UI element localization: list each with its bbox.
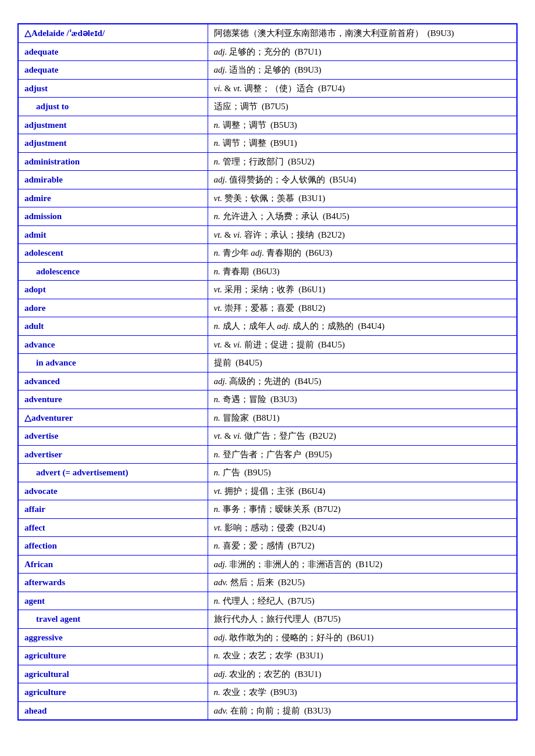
- entry-definition: 旅行代办人；旅行代理人 (B7U5): [214, 614, 341, 624]
- table-row: agriculturaladj. 农业的；农艺的 (B3U1): [18, 665, 517, 683]
- entry-definition-cell: 适应；调节 (B7U5): [208, 98, 517, 116]
- dictionary-table-wrapper: △Adelaide /ˈædəleɪd/阿德莱德（澳大利亚东南部港市，南澳大利亚…: [17, 23, 518, 721]
- entry-definition-cell: vt. & vi. 做广告；登广告 (B2U2): [208, 427, 517, 446]
- entry-word: administration: [24, 157, 80, 166]
- entry-definition: vt. 采用；采纳；收养 (B6U1): [214, 285, 326, 294]
- table-row: advancedadj. 高级的；先进的 (B4U5): [18, 372, 517, 390]
- table-row: adolescencen. 青春期 (B6U3): [18, 262, 517, 281]
- entry-definition: n. 成人；成年人 adj. 成人的；成熟的 (B4U4): [214, 321, 385, 331]
- entry-word: admirable: [24, 175, 63, 184]
- table-row: △Adelaide /ˈædəleɪd/阿德莱德（澳大利亚东南部港市，南澳大利亚…: [18, 24, 517, 42]
- entry-definition: adj. 足够的；充分的 (B7U1): [214, 47, 322, 56]
- entry-word-cell: admirable: [18, 171, 208, 189]
- entry-definition: vt. 拥护；提倡；主张 (B6U4): [214, 486, 326, 496]
- entry-definition: n. 调节；调整 (B9U1): [214, 138, 297, 148]
- entry-word-cell: ahead: [18, 701, 208, 720]
- entry-definition-cell: adj. 足够的；充分的 (B7U1): [208, 42, 517, 61]
- entry-definition: vt. & vi. 前进；促进；提前 (B4U5): [214, 340, 345, 349]
- entry-definition-cell: adv. 然后；后来 (B2U5): [208, 574, 517, 592]
- entry-definition-cell: n. 登广告者；广告客户 (B9U5): [208, 445, 517, 464]
- entry-word: afterwards: [24, 578, 65, 587]
- entry-word: adjustment: [24, 120, 67, 130]
- entry-definition-cell: n. 事务；事情；暧昧关系 (B7U2): [208, 500, 517, 519]
- table-row: aggressiveadj. 敢作敢为的；侵略的；好斗的 (B6U1): [18, 628, 517, 647]
- entry-word: advocate: [24, 486, 58, 496]
- table-row: administrationn. 管理；行政部门 (B5U2): [18, 152, 517, 171]
- entry-word-cell: aggressive: [18, 628, 208, 647]
- entry-definition: adv. 然后；后来 (B2U5): [214, 578, 305, 587]
- entry-word-cell: adjust: [18, 79, 208, 98]
- entry-definition-cell: adj. 适当的；足够的 (B9U3): [208, 61, 517, 80]
- entry-word: adult: [24, 321, 44, 331]
- entry-word: adjust: [24, 84, 48, 93]
- entry-definition-cell: vi. & vt. 调整；（使）适合 (B7U4): [208, 79, 517, 98]
- entry-word: adore: [24, 303, 45, 313]
- table-row: adjustvi. & vt. 调整；（使）适合 (B7U4): [18, 79, 517, 98]
- table-row: aheadadv. 在前；向前；提前 (B3U3): [18, 701, 517, 720]
- table-row: △adventurern. 冒险家 (B8U1): [18, 409, 517, 427]
- entry-word-cell: advertiser: [18, 445, 208, 464]
- entry-word-cell: affection: [18, 537, 208, 556]
- entry-word: agent: [24, 596, 45, 605]
- entry-word: affection: [24, 541, 57, 550]
- entry-definition-cell: 提前 (B4U5): [208, 354, 517, 372]
- table-row: adjustmentn. 调整；调节 (B5U3): [18, 116, 517, 134]
- entry-definition: adj. 高级的；先进的 (B4U5): [214, 377, 322, 386]
- table-row: adequateadj. 适当的；足够的 (B9U3): [18, 61, 517, 80]
- entry-word-cell: △adventurer: [18, 409, 208, 427]
- entry-definition-cell: vt. 崇拜；爱慕；喜爱 (B8U2): [208, 299, 517, 317]
- entry-definition: n. 广告 (B9U5): [214, 468, 271, 477]
- entry-definition: n. 奇遇；冒险 (B3U3): [214, 395, 297, 404]
- entry-word: travel agent: [24, 612, 80, 626]
- entry-definition-cell: 旅行代办人；旅行代理人 (B7U5): [208, 610, 517, 629]
- entry-definition: n. 管理；行政部门 (B5U2): [214, 157, 315, 166]
- entry-definition-cell: 阿德莱德（澳大利亚东南部港市，南澳大利亚前首府） (B9U3): [208, 24, 517, 42]
- entry-definition: n. 登广告者；广告客户 (B9U5): [214, 450, 332, 459]
- entry-word-cell: adopt: [18, 281, 208, 299]
- entry-definition: n. 冒险家 (B8U1): [214, 413, 280, 422]
- entry-word-cell: admission: [18, 207, 208, 226]
- table-row: advancevt. & vi. 前进；促进；提前 (B4U5): [18, 335, 517, 354]
- table-row: travel agent旅行代办人；旅行代理人 (B7U5): [18, 610, 517, 629]
- entry-word-cell: adolescence: [18, 262, 208, 281]
- entry-definition: vt. 崇拜；爱慕；喜爱 (B8U2): [214, 303, 326, 313]
- entry-definition-cell: adv. 在前；向前；提前 (B3U3): [208, 701, 517, 720]
- entry-definition: n. 农业；农学 (B9U3): [214, 687, 297, 697]
- entry-definition: n. 调整；调节 (B5U3): [214, 120, 297, 130]
- entry-definition-cell: n. 农业；农艺；农学 (B3U1): [208, 647, 517, 665]
- entry-word: in advance: [24, 356, 76, 370]
- entry-word: advertise: [24, 431, 58, 440]
- entry-definition-cell: n. 冒险家 (B8U1): [208, 409, 517, 427]
- entry-word: agriculture: [24, 651, 66, 660]
- entry-definition-cell: adj. 值得赞扬的；令人钦佩的 (B5U4): [208, 171, 517, 189]
- entry-word-cell: agent: [18, 592, 208, 610]
- table-row: affectionn. 喜爱；爱；感情 (B7U2): [18, 537, 517, 556]
- entry-definition: n. 农业；农艺；农学 (B3U1): [214, 651, 323, 660]
- table-row: agriculturen. 农业；农学 (B9U3): [18, 683, 517, 702]
- entry-definition-cell: n. 青少年 adj. 青春期的 (B6U3): [208, 244, 517, 263]
- entry-word-cell: advanced: [18, 372, 208, 390]
- entry-word-cell: advertise: [18, 427, 208, 446]
- entry-word: adjust to: [24, 100, 69, 113]
- entry-word: affect: [24, 523, 45, 532]
- entry-word-cell: agriculture: [18, 683, 208, 702]
- entry-definition-cell: vt. & vi. 容许；承认；接纳 (B2U2): [208, 225, 517, 244]
- entry-word-cell: afterwards: [18, 574, 208, 592]
- entry-definition: vi. & vt. 调整；（使）适合 (B7U4): [214, 84, 345, 93]
- entry-word-cell: affect: [18, 518, 208, 537]
- table-row: adventuren. 奇遇；冒险 (B3U3): [18, 390, 517, 409]
- entry-definition-cell: n. 代理人；经纪人 (B7U5): [208, 592, 517, 610]
- entry-definition-cell: vt. 赞美；钦佩；羡慕 (B3U1): [208, 189, 517, 207]
- entry-word-cell: admire: [18, 189, 208, 207]
- entry-definition: adj. 非洲的；非洲人的；非洲语言的 (B1U2): [214, 560, 383, 569]
- entry-word-cell: advert (= advertisement): [18, 464, 208, 482]
- entry-definition-cell: vt. 采用；采纳；收养 (B6U1): [208, 281, 517, 299]
- entry-definition-cell: n. 喜爱；爱；感情 (B7U2): [208, 537, 517, 556]
- entry-word-cell: adjust to: [18, 98, 208, 116]
- entry-definition: n. 事务；事情；暧昧关系 (B7U2): [214, 504, 341, 514]
- table-row: admissionn. 允许进入；入场费；承认 (B4U5): [18, 207, 517, 226]
- entry-definition: adj. 值得赞扬的；令人钦佩的 (B5U4): [214, 175, 356, 184]
- entry-definition: n. 青少年 adj. 青春期的 (B6U3): [214, 248, 333, 257]
- entry-word-cell: adjustment: [18, 134, 208, 153]
- entry-word-cell: agricultural: [18, 665, 208, 683]
